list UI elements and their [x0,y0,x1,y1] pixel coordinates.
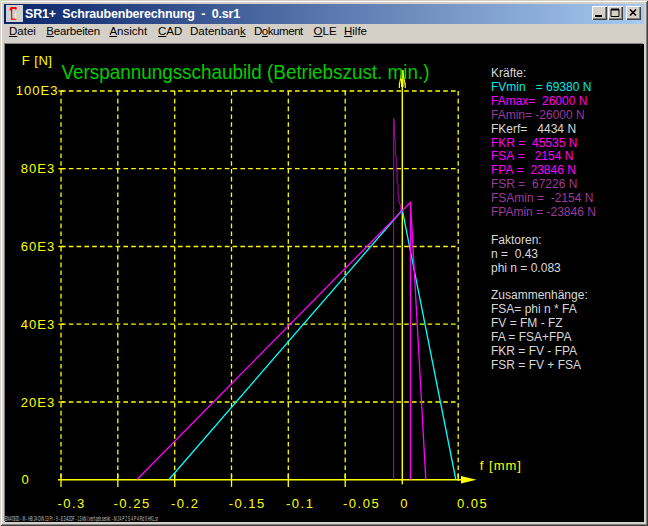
svg-text:Kräfte:: Kräfte: [491,66,526,80]
svg-text:FSA = 2154 N: FSA = 2154 N [491,149,573,163]
svg-text:-0.2: -0.2 [171,496,199,511]
svg-text:f [mm]: f [mm] [480,458,522,473]
svg-text:n = 0.43: n = 0.43 [491,247,538,261]
svg-text:FSA= phi n * FA: FSA= phi n * FA [491,302,577,316]
svg-text:FV = FM - FZ: FV = FM - FZ [491,316,563,330]
svg-text:FAmax= 26000 N: FAmax= 26000 N [491,94,587,108]
svg-text:phi n = 0.083: phi n = 0.083 [491,261,561,275]
svg-text:FPA = 23846 N: FPA = 23846 N [491,163,576,177]
svg-text:FSAmin = -2154 N: FSAmin = -2154 N [491,191,593,205]
svg-text:FVmin = 69380 N: FVmin = 69380 N [491,80,591,94]
svg-text:Zusammenhänge:: Zusammenhänge: [491,288,588,302]
svg-text:Faktoren:: Faktoren: [491,233,542,247]
svg-text:40E3: 40E3 [21,317,55,332]
svg-text:FKR = FV - FPA: FKR = FV - FPA [491,344,577,358]
svg-text:FSR = 67226 N: FSR = 67226 N [491,177,577,191]
svg-text:80E3: 80E3 [21,161,55,176]
svg-text:-0.25: -0.25 [114,496,151,511]
svg-text:FKR = 45535 N: FKR = 45535 N [491,136,577,150]
svg-text:0.05: 0.05 [457,496,488,511]
svg-text:-0.3: -0.3 [57,496,85,511]
svg-text:FKerf= 4434 N: FKerf= 4434 N [491,122,576,136]
svg-text:Verspannungsschaubild (Betrieb: Verspannungsschaubild (Betriebszust. min… [62,61,430,83]
svg-text:F [N]: F [N] [22,53,53,68]
svg-text:FPAmin = -23846 N: FPAmin = -23846 N [491,205,596,219]
svg-text:60E3: 60E3 [21,239,55,254]
svg-text:20E3: 20E3 [21,395,55,410]
svg-text:-0.05: -0.05 [343,496,380,511]
svg-text:FAmin= -26000 N: FAmin= -26000 N [491,108,585,122]
svg-text:BN4780D - M - HB 24 DIN 13 Pr: BN4780D - M - HB 24 DIN 13 Pr - 9 - 8.3 … [5,515,158,523]
svg-text:-0.15: -0.15 [229,496,266,511]
svg-text:-0.1: -0.1 [286,496,314,511]
svg-text:FA = FSA+FPA: FA = FSA+FPA [491,330,571,344]
svg-text:0: 0 [400,496,409,511]
svg-text:100E3: 100E3 [16,83,59,98]
svg-text:FSR = FV + FSA: FSR = FV + FSA [491,358,581,372]
svg-text:0: 0 [22,472,30,487]
